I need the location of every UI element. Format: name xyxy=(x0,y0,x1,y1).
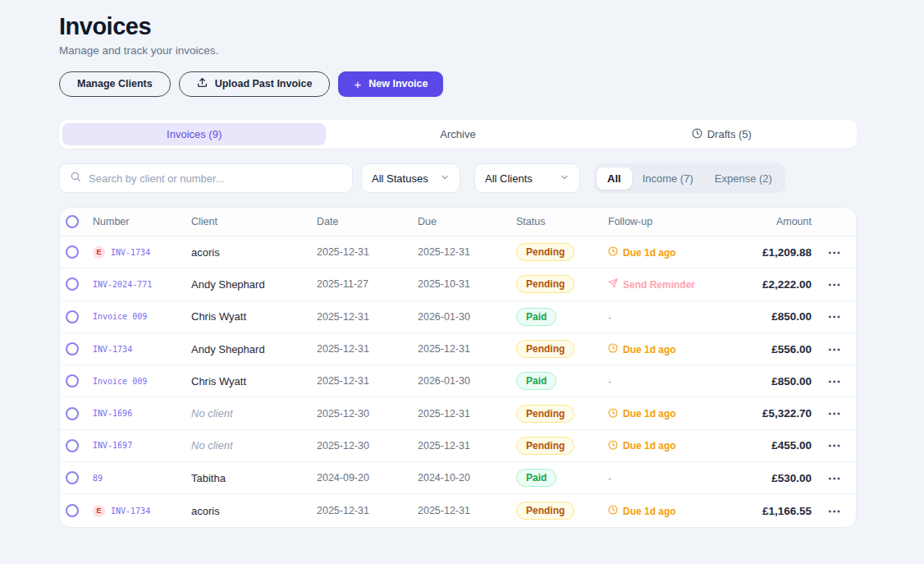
row-checkbox[interactable] xyxy=(66,245,79,259)
expense-badge: E xyxy=(93,505,105,517)
tab-invoices[interactable]: Invoices (9) xyxy=(62,123,326,145)
client-name: acoris xyxy=(191,505,317,517)
search-input[interactable] xyxy=(89,172,342,185)
table-row[interactable]: E INV-1734 Andy Shephard 2025-12-31 2025… xyxy=(60,333,856,365)
invoice-number-link[interactable]: INV-2024-771 xyxy=(93,280,152,289)
overdue-label: Due 1d ago xyxy=(623,506,676,517)
invoice-date: 2025-12-31 xyxy=(317,311,418,323)
upload-past-invoice-button[interactable]: Upload Past Invoice xyxy=(179,71,331,97)
table-row[interactable]: E 89 Tabitha 2024-09-20 2024-10-20 Paid … xyxy=(60,462,856,494)
table-row[interactable]: E INV-1734 acoris 2025-12-31 2025-12-31 … xyxy=(60,236,856,268)
row-checkbox[interactable] xyxy=(66,407,79,420)
invoices-page: Invoices Manage and track your invoices.… xyxy=(0,0,857,528)
table-row[interactable]: E INV-1696 No client 2025-12-30 2025-12-… xyxy=(60,397,856,429)
followup-cell: - xyxy=(608,310,748,324)
overdue-label: Due 1d ago xyxy=(623,440,676,452)
new-invoice-button[interactable]: + New Invoice xyxy=(338,71,443,97)
table-row[interactable]: E INV-1734 acoris 2025-12-31 2025-12-31 … xyxy=(60,494,856,526)
row-menu-button[interactable]: ⋯ xyxy=(828,374,842,388)
row-menu-button[interactable]: ⋯ xyxy=(828,310,842,323)
clock-icon xyxy=(608,505,618,517)
tab-drafts-label: Drafts (5) xyxy=(707,128,752,140)
column-header-status: Status xyxy=(516,216,608,227)
invoice-date: 2025-11-27 xyxy=(317,278,418,290)
actions-cell: ⋯ xyxy=(812,277,857,292)
send-reminder-link[interactable]: Send Reminder xyxy=(608,278,695,291)
table-row[interactable]: E INV-2024-771 Andy Shephard 2025-11-27 … xyxy=(60,268,856,300)
row-menu-button[interactable]: ⋯ xyxy=(828,471,842,485)
segment-all[interactable]: All xyxy=(597,167,632,190)
actions-cell: ⋯ xyxy=(812,470,857,486)
overdue-indicator: Due 1d ago xyxy=(608,343,676,355)
followup-cell: Due 1d ago - xyxy=(608,245,748,259)
status-cell: Pending xyxy=(516,437,608,455)
manage-clients-button[interactable]: Manage Clients xyxy=(59,71,171,97)
number-cell: E INV-1734 xyxy=(93,246,191,259)
row-menu-button[interactable]: ⋯ xyxy=(828,406,842,420)
overdue-indicator: Due 1d ago xyxy=(608,246,676,259)
segment-all-label: All xyxy=(607,172,621,185)
followup-cell: Due 1d ago - xyxy=(608,503,748,518)
number-cell: E INV-1697 xyxy=(93,441,191,450)
row-menu-button[interactable]: ⋯ xyxy=(828,245,842,259)
row-checkbox[interactable] xyxy=(66,277,79,291)
status-badge: Pending xyxy=(516,340,574,358)
status-cell: Pending xyxy=(516,275,608,293)
segment-income[interactable]: Income (7) xyxy=(632,167,704,190)
invoice-amount: £850.00 xyxy=(748,375,812,387)
tab-drafts[interactable]: Drafts (5) xyxy=(590,123,853,145)
invoice-number-link[interactable]: 89 xyxy=(93,474,103,483)
invoice-date: 2025-12-30 xyxy=(317,408,418,420)
segment-expense[interactable]: Expense (2) xyxy=(704,167,783,190)
search-box[interactable] xyxy=(59,163,353,193)
invoice-amount: £1,209.88 xyxy=(748,246,812,259)
overdue-indicator: Due 1d ago xyxy=(608,440,676,452)
client-filter-dropdown[interactable]: All Clients xyxy=(474,163,580,193)
segment-income-label: Income (7) xyxy=(643,172,693,185)
status-filter-dropdown[interactable]: All Statuses xyxy=(361,163,460,193)
row-checkbox[interactable] xyxy=(66,374,79,387)
table-row[interactable]: E Invoice 009 Chris Wyatt 2025-12-31 202… xyxy=(60,365,856,397)
due-date: 2026-01-30 xyxy=(418,375,516,387)
number-cell: E INV-1734 xyxy=(93,505,191,517)
action-buttons: Manage Clients Upload Past Invoice + New… xyxy=(59,71,857,97)
invoice-number-link[interactable]: INV-1697 xyxy=(93,441,132,450)
status-cell: Paid xyxy=(516,308,608,326)
select-all-checkbox[interactable] xyxy=(66,215,79,228)
invoice-number-link[interactable]: Invoice 009 xyxy=(93,312,147,321)
number-cell: E INV-2024-771 xyxy=(93,280,191,289)
row-checkbox[interactable] xyxy=(66,471,79,484)
invoice-number-link[interactable]: INV-1734 xyxy=(93,345,132,354)
status-badge: Pending xyxy=(516,275,574,293)
no-followup-dash: - xyxy=(608,376,611,387)
expense-badge: E xyxy=(93,246,105,259)
invoice-number-link[interactable]: INV-1696 xyxy=(93,409,132,418)
status-badge: Pending xyxy=(516,437,574,455)
table-row[interactable]: E INV-1697 No client 2025-12-30 2025-12-… xyxy=(60,430,856,462)
tab-archive[interactable]: Archive xyxy=(326,123,589,145)
row-menu-button[interactable]: ⋯ xyxy=(828,438,842,452)
actions-cell: ⋯ xyxy=(812,503,857,519)
table-body: E INV-1734 acoris 2025-12-31 2025-12-31 … xyxy=(60,236,856,527)
due-date: 2025-12-31 xyxy=(418,440,516,452)
invoice-number-link[interactable]: INV-1734 xyxy=(111,248,150,257)
invoice-amount: £5,322.70 xyxy=(748,407,812,420)
plus-icon: + xyxy=(354,77,361,91)
row-checkbox[interactable] xyxy=(66,342,79,355)
row-checkbox[interactable] xyxy=(66,439,79,452)
invoice-amount: £556.00 xyxy=(748,343,812,355)
row-checkbox-cell xyxy=(60,439,93,452)
row-checkbox-cell xyxy=(60,342,93,355)
invoice-amount: £1,166.55 xyxy=(748,505,812,517)
invoice-number-link[interactable]: INV-1734 xyxy=(111,507,150,516)
table-row[interactable]: E Invoice 009 Chris Wyatt 2025-12-31 202… xyxy=(60,301,856,333)
row-menu-button[interactable]: ⋯ xyxy=(828,277,842,291)
column-header-due: Due xyxy=(418,216,516,227)
status-cell: Paid xyxy=(516,372,608,390)
row-checkbox[interactable] xyxy=(66,310,79,323)
invoice-number-link[interactable]: Invoice 009 xyxy=(93,377,147,386)
row-menu-button[interactable]: ⋯ xyxy=(828,504,842,518)
number-cell: E Invoice 009 xyxy=(93,377,191,386)
row-menu-button[interactable]: ⋯ xyxy=(828,342,842,356)
row-checkbox[interactable] xyxy=(66,504,79,517)
